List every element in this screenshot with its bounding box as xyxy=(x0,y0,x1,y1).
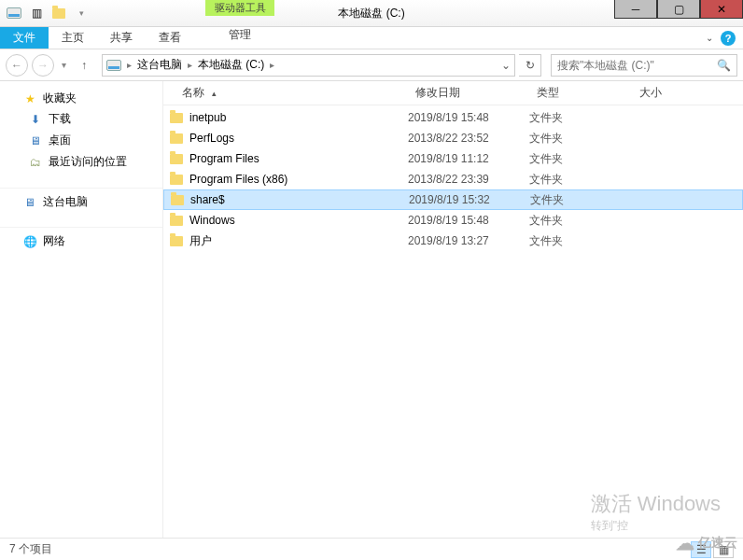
file-row[interactable]: Program Files2019/8/19 11:12文件夹 xyxy=(163,148,743,169)
breadcrumb-this-pc[interactable]: 这台电脑 xyxy=(137,57,182,73)
download-icon: ⬇ xyxy=(28,112,43,127)
ribbon-expand-icon[interactable]: ⌄ xyxy=(706,33,713,43)
status-bar: 7 个项目 ☰ ▦ xyxy=(0,538,743,560)
tab-share[interactable]: 共享 xyxy=(97,27,146,49)
file-date: 2019/8/19 15:48 xyxy=(408,111,529,124)
sidebar-network-label: 网络 xyxy=(43,233,65,249)
qat-newfolder-icon[interactable] xyxy=(49,3,69,23)
navbar: ← → ▾ ↑ ▸ 这台电脑 ▸ 本地磁盘 (C:) ▸ ⌄ ↻ 🔍 xyxy=(0,49,743,81)
file-name: PerfLogs xyxy=(189,132,234,145)
quick-access-toolbar: ▥ ▾ xyxy=(0,0,95,26)
back-button[interactable]: ← xyxy=(6,54,28,77)
breadcrumb-drive-c[interactable]: 本地磁盘 (C:) xyxy=(198,57,264,73)
col-size-label: 大小 xyxy=(639,85,662,101)
file-type: 文件夹 xyxy=(529,131,632,147)
file-row[interactable]: Windows2019/8/19 15:48文件夹 xyxy=(163,210,743,231)
ribbon: 文件 主页 共享 查看 管理 ⌄ ? xyxy=(0,27,743,49)
forward-button[interactable]: → xyxy=(32,54,54,77)
body: ★ 收藏夹 ⬇ 下载 🖥 桌面 🗂 最近访问的位置 🖥 这台电脑 xyxy=(0,81,743,538)
folder-icon xyxy=(170,192,185,207)
file-row[interactable]: inetpub2019/8/19 15:48文件夹 xyxy=(163,107,743,128)
file-date: 2019/8/19 15:32 xyxy=(409,193,530,206)
col-size[interactable]: 大小 xyxy=(632,81,707,105)
col-name[interactable]: 名称▴ xyxy=(163,81,408,105)
close-button[interactable]: ✕ xyxy=(700,0,743,19)
col-type-label: 类型 xyxy=(537,85,559,101)
file-type: 文件夹 xyxy=(529,110,632,126)
folder-icon xyxy=(169,233,184,248)
star-icon: ★ xyxy=(22,91,37,106)
file-date: 2019/8/19 13:27 xyxy=(408,234,529,247)
qat-properties-icon[interactable]: ▥ xyxy=(26,3,47,23)
file-date: 2013/8/22 23:39 xyxy=(408,173,529,186)
file-type: 文件夹 xyxy=(530,192,633,208)
file-name: 用户 xyxy=(189,233,212,249)
sidebar-this-pc[interactable]: 🖥 这台电脑 xyxy=(0,192,162,212)
sidebar-this-pc-label: 这台电脑 xyxy=(43,194,88,210)
sidebar-item-recent[interactable]: 🗂 最近访问的位置 xyxy=(0,151,162,173)
search-input[interactable] xyxy=(557,59,717,72)
sidebar-item-label: 桌面 xyxy=(49,133,71,148)
location-icon xyxy=(106,58,121,73)
maximize-button[interactable]: ▢ xyxy=(657,0,700,19)
search-box[interactable]: 🔍 xyxy=(551,54,737,77)
file-type: 文件夹 xyxy=(529,213,632,229)
cloud-icon: ☁ xyxy=(676,532,694,554)
file-date: 2019/8/19 15:48 xyxy=(408,214,529,227)
file-row[interactable]: Program Files (x86)2013/8/22 23:39文件夹 xyxy=(163,169,743,189)
brand-label: 亿速云 xyxy=(698,535,737,552)
refresh-button[interactable]: ↻ xyxy=(519,54,541,77)
file-row[interactable]: 用户2019/8/19 13:27文件夹 xyxy=(163,231,743,251)
contextual-tab-label: 驱动器工具 xyxy=(205,0,274,16)
up-button[interactable]: ↑ xyxy=(74,55,94,76)
content-pane: 名称▴ 修改日期 类型 大小 inetpub2019/8/19 15:48文件夹… xyxy=(163,81,743,538)
help-icon[interactable]: ? xyxy=(721,31,736,46)
file-type: 文件夹 xyxy=(529,233,632,249)
file-date: 2013/8/22 23:52 xyxy=(408,132,529,145)
desktop-icon: 🖥 xyxy=(28,133,43,148)
folder-icon xyxy=(169,110,184,125)
file-name: inetpub xyxy=(189,111,226,124)
titlebar: ▥ ▾ 驱动器工具 本地磁盘 (C:) ─ ▢ ✕ xyxy=(0,0,743,27)
app-icon[interactable] xyxy=(4,3,24,23)
file-list[interactable]: inetpub2019/8/19 15:48文件夹PerfLogs2013/8/… xyxy=(163,105,743,538)
file-name: share$ xyxy=(190,193,225,206)
file-name: Program Files xyxy=(189,152,259,165)
file-type: 文件夹 xyxy=(529,172,632,188)
address-bar[interactable]: ▸ 这台电脑 ▸ 本地磁盘 (C:) ▸ ⌄ xyxy=(102,54,515,77)
nav-pane: ★ 收藏夹 ⬇ 下载 🖥 桌面 🗂 最近访问的位置 🖥 这台电脑 xyxy=(0,81,163,538)
breadcrumb-sep-icon: ▸ xyxy=(186,60,194,70)
search-icon[interactable]: 🔍 xyxy=(717,59,731,72)
qat-dropdown-icon[interactable]: ▾ xyxy=(71,3,91,23)
folder-icon xyxy=(169,213,184,228)
column-headers: 名称▴ 修改日期 类型 大小 xyxy=(163,81,743,105)
recent-icon: 🗂 xyxy=(28,155,43,170)
col-date-label: 修改日期 xyxy=(415,85,460,101)
file-type: 文件夹 xyxy=(529,151,632,167)
sidebar-favorites[interactable]: ★ 收藏夹 xyxy=(0,89,162,108)
sidebar-item-downloads[interactable]: ⬇ 下载 xyxy=(0,108,162,130)
history-dropdown-icon[interactable]: ▾ xyxy=(58,60,70,70)
col-type[interactable]: 类型 xyxy=(529,81,632,105)
address-dropdown-icon[interactable]: ⌄ xyxy=(501,59,511,72)
status-count: 7 个项目 xyxy=(9,541,52,557)
file-row[interactable]: share$2019/8/19 15:32文件夹 xyxy=(163,189,743,210)
file-name: Windows xyxy=(189,214,235,227)
tab-home[interactable]: 主页 xyxy=(49,27,97,49)
window-controls: ─ ▢ ✕ xyxy=(614,0,743,26)
sidebar-favorites-label: 收藏夹 xyxy=(43,91,77,106)
tab-manage[interactable]: 管理 xyxy=(205,27,274,43)
minimize-button[interactable]: ─ xyxy=(614,0,657,19)
file-date: 2019/8/19 11:12 xyxy=(408,152,529,165)
col-name-label: 名称 xyxy=(182,85,204,101)
network-icon: 🌐 xyxy=(22,234,37,249)
computer-icon: 🖥 xyxy=(22,195,37,210)
tab-file[interactable]: 文件 xyxy=(0,27,49,49)
sidebar-network[interactable]: 🌐 网络 xyxy=(0,231,162,251)
file-row[interactable]: PerfLogs2013/8/22 23:52文件夹 xyxy=(163,128,743,148)
sidebar-item-label: 下载 xyxy=(49,111,71,127)
sidebar-item-desktop[interactable]: 🖥 桌面 xyxy=(0,130,162,151)
tab-view[interactable]: 查看 xyxy=(146,27,194,49)
folder-icon xyxy=(169,151,184,166)
col-date[interactable]: 修改日期 xyxy=(408,81,529,105)
